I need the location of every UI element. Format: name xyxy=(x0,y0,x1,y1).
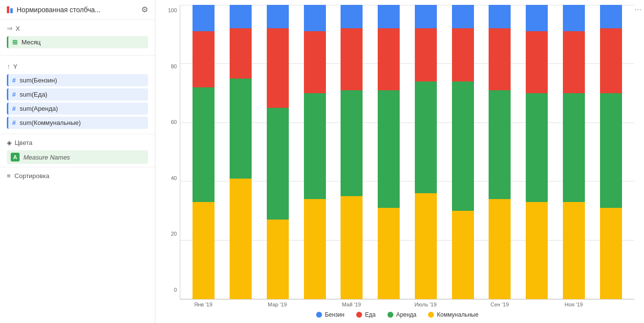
stacked-bar[interactable] xyxy=(600,5,622,299)
stacked-bar[interactable] xyxy=(489,5,511,299)
y-field-kommunal[interactable]: # sum(Коммунальные) xyxy=(7,117,148,129)
bar-column xyxy=(560,5,587,299)
bar-segment-benzin xyxy=(378,5,400,28)
bar-segment-eda xyxy=(378,28,400,90)
bar-segment-benzin xyxy=(415,5,437,28)
bar-segment-arenda xyxy=(526,93,548,202)
bars-area xyxy=(180,5,634,300)
bar-segment-eda xyxy=(489,28,511,90)
stacked-bar[interactable] xyxy=(230,5,252,299)
stacked-bar[interactable] xyxy=(526,5,548,299)
more-icon[interactable]: ... xyxy=(634,2,642,13)
bar-segment-eda xyxy=(415,28,437,81)
bar-segment-kommunal xyxy=(489,199,511,299)
sidebar-header: Нормированная столбча... ⚙ xyxy=(0,0,155,20)
y-arrow-icon: ↑ xyxy=(7,62,10,70)
bar-segment-benzin xyxy=(267,5,289,28)
hash-icon-0: # xyxy=(12,77,16,84)
bar-segment-kommunal xyxy=(341,196,363,299)
bar-segment-benzin xyxy=(452,5,474,28)
bar-segment-arenda xyxy=(563,93,585,202)
stacked-bar[interactable] xyxy=(193,5,215,299)
bar-segment-eda xyxy=(230,28,252,79)
x-axis-label: Ноя '19 xyxy=(560,302,587,307)
stacked-bar[interactable] xyxy=(378,5,400,299)
bar-segment-kommunal xyxy=(452,211,474,299)
bar-column xyxy=(338,5,365,299)
x-axis-label: Май '19 xyxy=(338,302,365,307)
bar-segment-benzin xyxy=(526,5,548,31)
bar-segment-eda xyxy=(526,31,548,93)
y-axis-label: 20 xyxy=(171,231,177,237)
hash-icon-3: # xyxy=(12,119,16,126)
x-arrow-icon: ⇒ xyxy=(7,24,13,32)
hash-icon-2: # xyxy=(12,105,16,112)
stacked-bar[interactable] xyxy=(267,5,289,299)
y-axis-label: 80 xyxy=(171,63,177,69)
bar-segment-arenda xyxy=(267,108,289,220)
gear-icon[interactable]: ⚙ xyxy=(141,5,148,14)
y-axis-label: 40 xyxy=(171,175,177,181)
bar-column xyxy=(486,5,513,299)
bar-column xyxy=(264,5,291,299)
sidebar: Нормированная столбча... ⚙ ⇒ X ⊞ Месяц ↑… xyxy=(0,0,155,323)
y-field-eda[interactable]: # sum(Еда) xyxy=(7,88,148,101)
legend-label: Бензин xyxy=(325,311,344,318)
bar-segment-kommunal xyxy=(600,208,622,299)
legend-label: Коммунальные xyxy=(437,311,478,318)
bar-segment-eda xyxy=(563,31,585,93)
colors-section: ◈ Цвета A Measure Names xyxy=(0,134,155,167)
bar-segment-eda xyxy=(267,28,289,108)
bar-column xyxy=(301,5,328,299)
sort-section[interactable]: ≡ Сортировка xyxy=(0,167,155,184)
colors-icon: ◈ xyxy=(7,139,12,146)
y-axis-label: 60 xyxy=(171,119,177,125)
bars-group xyxy=(180,5,634,299)
legend-item: Коммунальные xyxy=(428,311,478,318)
x-label: ⇒ X xyxy=(7,24,148,32)
bar-segment-arenda xyxy=(600,93,622,208)
legend-dot xyxy=(428,312,434,318)
bar-segment-arenda xyxy=(452,81,474,211)
bar-segment-kommunal xyxy=(230,179,252,299)
bar-column xyxy=(598,5,624,299)
bar-segment-arenda xyxy=(415,81,437,193)
legend-item: Еда xyxy=(356,311,376,318)
y-label: ↑ Y xyxy=(7,62,148,70)
a-badge: A xyxy=(11,153,20,162)
bar-segment-eda xyxy=(341,28,363,90)
bar-segment-benzin xyxy=(600,5,622,28)
stacked-bar[interactable] xyxy=(304,5,326,299)
x-field-month[interactable]: ⊞ Месяц xyxy=(7,36,148,48)
chart-inner: Янв '19Фев '19Мар '19Апр '19Май '19Июнь … xyxy=(180,5,634,307)
y-field-arenda[interactable]: # sum(Аренда) xyxy=(7,102,148,115)
chart-logo xyxy=(7,6,13,13)
y-axis-label: 100 xyxy=(168,7,177,13)
x-axis: Янв '19Фев '19Мар '19Апр '19Май '19Июнь … xyxy=(180,300,634,307)
x-axis-label: Янв '19 xyxy=(190,302,216,307)
bar-column xyxy=(227,5,254,299)
bar-segment-benzin xyxy=(193,5,215,31)
colors-label: ◈ Цвета xyxy=(7,139,148,146)
x-axis-label: Июль '19 xyxy=(412,302,439,307)
stacked-bar[interactable] xyxy=(563,5,585,299)
measure-names-item[interactable]: A Measure Names xyxy=(7,150,148,164)
legend-label: Еда xyxy=(365,311,376,318)
x-field-icon: ⊞ xyxy=(12,39,18,46)
bar-column xyxy=(523,5,550,299)
legend-dot xyxy=(316,312,322,318)
bar-segment-kommunal xyxy=(415,193,437,299)
bar-segment-kommunal xyxy=(193,202,215,299)
y-axis-label: 0 xyxy=(174,287,177,293)
stacked-bar[interactable] xyxy=(341,5,363,299)
x-axis-label: Сен '19 xyxy=(486,302,513,307)
bar-segment-arenda xyxy=(489,90,511,199)
legend-dot xyxy=(387,312,393,318)
bar-segment-kommunal xyxy=(378,208,400,299)
y-field-benzin[interactable]: # sum(Бензин) xyxy=(7,74,148,86)
x-section: ⇒ X ⊞ Месяц xyxy=(0,20,155,53)
stacked-bar[interactable] xyxy=(415,5,437,299)
stacked-bar[interactable] xyxy=(452,5,474,299)
bar-segment-benzin xyxy=(230,5,252,28)
legend-item: Бензин xyxy=(316,311,344,318)
